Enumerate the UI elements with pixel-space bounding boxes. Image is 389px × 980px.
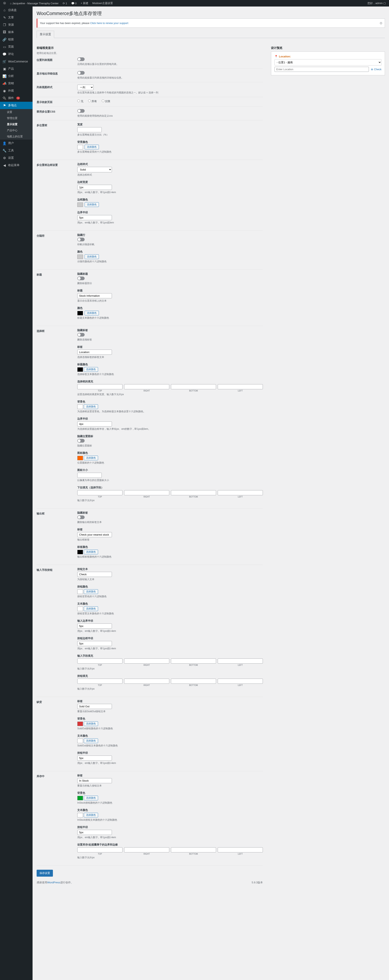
menu-item-14[interactable]: 👤用户 [0, 140, 33, 147]
menu-item-0[interactable]: ⌂仪表盘 [0, 6, 33, 14]
border-width-input[interactable] [77, 185, 112, 190]
selectbox-iconsize-input[interactable] [77, 473, 102, 478]
menu-item-15[interactable]: 🔧工具 [0, 147, 33, 154]
spacing-left-input[interactable] [218, 384, 263, 389]
menu-item-16[interactable]: ⚙设置 [0, 154, 33, 162]
inputbtn-color-button[interactable]: 选择颜色 [84, 589, 98, 594]
menu-item-13[interactable]: ⚑多地点 [0, 102, 33, 109]
selectbox-hide-toggle[interactable] [77, 333, 85, 337]
menu-item-12[interactable]: 🔌插件1 [0, 94, 33, 102]
selectbox-radius-input[interactable] [77, 422, 112, 426]
checkout-radio-only[interactable] [102, 100, 104, 102]
menu-item-8[interactable]: ▣产品 [0, 65, 33, 72]
submenu-item-1[interactable]: 管理位置 [0, 115, 33, 121]
menu-item-3[interactable]: 🖼媒体 [0, 29, 33, 36]
spacing-right-input[interactable] [124, 847, 169, 853]
spacing-top-input[interactable] [77, 659, 122, 663]
save-button[interactable]: 保存设置 [37, 870, 53, 877]
divider-hide-toggle[interactable] [77, 238, 85, 241]
menu-item-1[interactable]: ✎文章 [0, 14, 33, 21]
spacing-top-input[interactable] [77, 847, 122, 853]
menu-item-4[interactable]: 🔗链接 [0, 36, 33, 43]
title-text-input[interactable] [77, 293, 112, 298]
spacing-left-input[interactable] [218, 659, 263, 663]
menu-item-9[interactable]: 📊分析 [0, 72, 33, 80]
inputbtn-inradius-input[interactable] [77, 624, 112, 628]
border-radius-input[interactable] [77, 215, 112, 220]
instock-radius-input[interactable] [77, 830, 112, 835]
spacing-top-input[interactable] [77, 490, 122, 495]
inputbtn-txtcolor-button[interactable]: 选择颜色 [84, 606, 98, 611]
menu-item-11[interactable]: ◉外观 [0, 87, 33, 94]
menu-item-7[interactable]: 🛒WooCommerce [0, 58, 33, 65]
wp-logo[interactable]: ⓦ [2, 2, 8, 5]
selectbox-label-input[interactable] [77, 350, 112, 355]
menu-item-17[interactable]: ◀收起菜单 [0, 162, 33, 169]
spacing-bottom-input[interactable] [171, 847, 216, 853]
checkout-radio-none[interactable] [77, 100, 80, 102]
submenu-item-0[interactable]: 设置 [0, 109, 33, 115]
spacing-right-input[interactable] [124, 384, 169, 389]
menu-item-6[interactable]: 💬评论 [0, 51, 33, 58]
soldout-bgcolor-button[interactable]: 选择颜色 [84, 721, 98, 726]
wordpress-link[interactable]: WordPress [47, 881, 60, 884]
menu-item-5[interactable]: ▭页面 [0, 43, 33, 51]
inputbtn-btnradius-input[interactable] [77, 641, 112, 646]
spacing-bottom-input[interactable] [171, 679, 216, 684]
multiloc-bgcolor-button[interactable]: 选择颜色 [85, 145, 99, 150]
instock-label-input[interactable] [77, 778, 112, 783]
multiloc-width-input[interactable] [77, 127, 102, 132]
inputbox-color-button[interactable]: 选择颜色 [84, 550, 98, 554]
submenu-item-3[interactable]: 产品中心 [0, 127, 33, 134]
selectbox-bgcolor-button[interactable]: 选择颜色 [84, 404, 98, 409]
selectbox-iconcolor-button[interactable]: 选择颜色 [84, 456, 98, 460]
submenu-item-2[interactable]: 显示设置 [0, 121, 33, 127]
border-color-button[interactable]: 选择颜色 [85, 202, 99, 207]
divider-color-button[interactable]: 选择颜色 [85, 255, 99, 259]
spacing-right-input[interactable] [124, 490, 169, 495]
title-hide-toggle[interactable] [77, 277, 85, 280]
spacing-bottom-input[interactable] [171, 384, 216, 389]
spacing-left-input[interactable] [218, 490, 263, 495]
comments-link[interactable]: 💬 0 [70, 2, 78, 5]
preview-location-input[interactable] [275, 67, 369, 72]
spacing-bottom-input[interactable] [171, 490, 216, 495]
menu-item-10[interactable]: 📣营销 [0, 80, 33, 87]
preview-check-button[interactable]: ⊕Check [371, 68, 381, 71]
new-link[interactable]: + 新建 [79, 2, 90, 5]
submenu-item-4[interactable]: 地图上的位置 [0, 134, 33, 140]
spacing-top-input[interactable] [77, 384, 122, 389]
location-list-view-toggle[interactable] [77, 57, 85, 61]
renew-link[interactable]: Click here to renew your support [90, 22, 128, 25]
spacing-right-input[interactable] [124, 659, 169, 663]
modown-link[interactable]: Modown主题设置 [91, 2, 114, 5]
inputbtn-text-input[interactable] [77, 572, 112, 577]
soldout-label-input[interactable] [77, 704, 112, 709]
inputbox-hide-toggle[interactable] [77, 515, 85, 519]
title-color-button[interactable]: 选择颜色 [85, 311, 99, 315]
instock-txtcolor-button[interactable]: 选择颜色 [84, 813, 98, 818]
tab-display-settings[interactable]: 显示设置 [37, 31, 54, 38]
address-details-toggle[interactable] [77, 71, 85, 75]
soldout-radius-input[interactable] [77, 756, 112, 760]
spacing-top-input[interactable] [77, 679, 122, 684]
updates-link[interactable]: ⟳ 1 [61, 2, 69, 5]
greeting-link[interactable]: 您好，admin ▢ [366, 2, 387, 5]
site-link[interactable]: ⌂ Jacqueline - Massage Theraphy Center [8, 2, 60, 5]
selectbox-titlecolor-button[interactable]: 选择颜色 [84, 367, 98, 372]
menu-item-2[interactable]: ❐资源 [0, 21, 33, 29]
instock-bgcolor-button[interactable]: 选择颜色 [84, 795, 98, 800]
spacing-left-input[interactable] [218, 847, 263, 853]
border-style-select[interactable]: Solid [77, 167, 112, 172]
spacing-right-input[interactable] [124, 679, 169, 684]
checkout-radio-all[interactable] [88, 100, 91, 102]
list-style-select[interactable]: 一列 [77, 85, 94, 90]
disable-css-toggle[interactable] [77, 109, 85, 113]
spacing-left-input[interactable] [218, 679, 263, 684]
soldout-txtcolor-button[interactable]: 选择颜色 [84, 738, 98, 743]
selectbox-hideicon-toggle[interactable] [77, 439, 85, 442]
close-icon[interactable]: ⊙ [379, 21, 382, 25]
preview-location-select[interactable]: - 位置1 - 越南 [275, 59, 381, 65]
inputbox-label-input[interactable] [77, 532, 112, 537]
spacing-bottom-input[interactable] [171, 659, 216, 663]
